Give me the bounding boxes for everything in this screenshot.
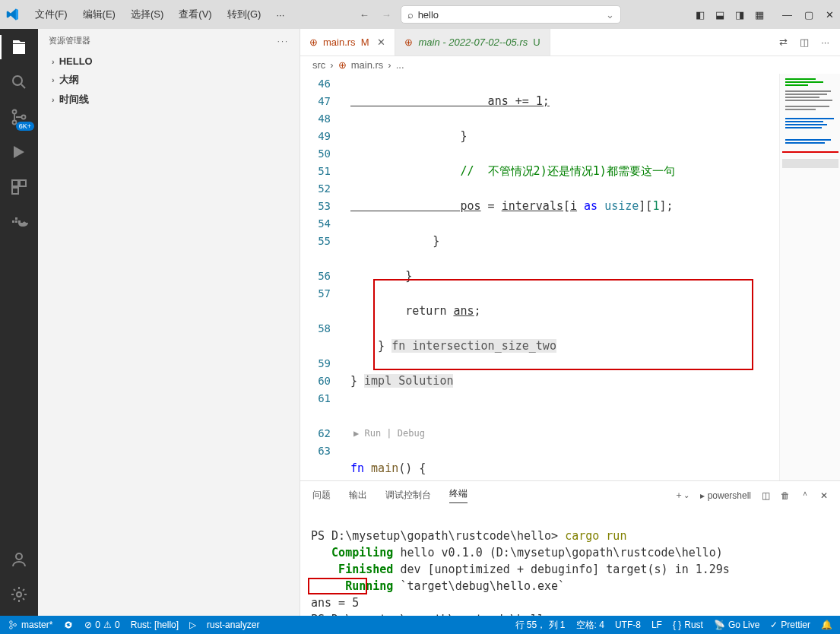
status-golive[interactable]: 📡 Go Live (714, 620, 759, 630)
close-icon[interactable]: ✕ (377, 36, 385, 48)
search-text: hello (418, 9, 439, 21)
rust-icon: ⊕ (309, 36, 318, 48)
editor-area: ⊕ main.rs M ✕ ⊕ main - 2022-07-02--05.rs… (300, 29, 840, 616)
svg-rect-25 (782, 151, 838, 153)
status-branch[interactable]: master* (8, 620, 52, 630)
terminal-add-icon[interactable]: ＋⌄ (674, 489, 689, 502)
layout-left-icon[interactable]: ◧ (696, 9, 705, 21)
svg-rect-15 (785, 97, 819, 98)
svg-rect-16 (785, 100, 832, 101)
menu-view[interactable]: 查看(V) (173, 5, 217, 24)
svg-point-0 (13, 76, 22, 85)
activity-account[interactable] (8, 549, 30, 570)
activity-extensions[interactable] (8, 176, 30, 198)
menu-select[interactable]: 选择(S) (125, 5, 170, 24)
activity-explorer[interactable] (8, 36, 30, 58)
layout-bottom-icon[interactable]: ⬓ (715, 9, 724, 21)
minimap-overview (782, 75, 838, 182)
search-icon: ⌕ (407, 9, 414, 21)
window-minimize[interactable]: — (782, 9, 792, 21)
svg-rect-13 (785, 90, 831, 92)
panel-tab-terminal[interactable]: 终端 (449, 487, 468, 503)
window-maximize[interactable]: ▢ (804, 9, 813, 21)
svg-rect-5 (20, 180, 26, 186)
status-lang[interactable]: { } Rust (673, 620, 703, 630)
nav-back[interactable]: ← (360, 9, 369, 21)
command-center[interactable]: ⌕ hello ⌄ (401, 5, 621, 24)
rust-icon: ⊕ (404, 36, 413, 48)
tab-main-rs[interactable]: ⊕ main.rs M ✕ (300, 29, 395, 55)
split-editor-icon[interactable]: ◫ (800, 36, 809, 48)
status-run-icon[interactable]: ▷ (189, 620, 196, 630)
status-cursor[interactable]: 行 55， 列 1 (515, 619, 566, 632)
svg-rect-4 (12, 180, 18, 186)
window-close[interactable]: ✕ (826, 9, 834, 21)
svg-rect-24 (785, 142, 825, 144)
svg-rect-14 (785, 94, 827, 95)
menu-more[interactable]: ··· (270, 6, 290, 24)
activity-settings[interactable] (8, 584, 30, 605)
explorer-more-icon[interactable]: ··· (277, 36, 289, 46)
compare-icon[interactable]: ⇄ (779, 36, 788, 48)
panel-close-icon[interactable]: ✕ (820, 490, 828, 501)
layout-right-icon[interactable]: ◨ (735, 9, 744, 21)
explorer-sidebar: 资源管理器 ··· ›HELLO ›大纲 ›时间线 (38, 29, 300, 616)
svg-rect-12 (785, 84, 808, 86)
activity-search[interactable] (8, 71, 30, 93)
panel-max-icon[interactable]: ＾ (800, 489, 810, 502)
svg-rect-17 (785, 106, 829, 107)
tree-outline[interactable]: ›大纲 (38, 70, 300, 90)
status-encoding[interactable]: UTF-8 (615, 620, 641, 630)
activity-docker[interactable] (8, 211, 30, 233)
codelens-run-debug[interactable]: ▶ Run | Debug (350, 425, 779, 442)
status-analyzer[interactable]: rust-analyzer (207, 620, 259, 630)
panel-tab-output[interactable]: 输出 (349, 489, 367, 502)
breadcrumb[interactable]: src› ⊕main.rs›... (300, 56, 840, 74)
panel-tab-problems[interactable]: 问题 (312, 489, 331, 502)
activitybar: 6K+ (0, 29, 38, 616)
tree-timeline[interactable]: ›时间线 (38, 90, 300, 109)
status-prettier[interactable]: ✓ Prettier (770, 620, 810, 630)
menu-file[interactable]: 文件(F) (29, 5, 74, 24)
tab-more-icon[interactable]: ··· (821, 36, 829, 48)
svg-rect-20 (785, 121, 823, 122)
status-bell-icon[interactable]: 🔔 (821, 620, 832, 630)
status-rust[interactable]: Rust: [hello] (131, 620, 179, 630)
status-eol[interactable]: LF (651, 620, 662, 630)
svg-rect-11 (785, 81, 823, 83)
svg-rect-26 (782, 159, 838, 168)
svg-rect-18 (785, 109, 816, 110)
statusbar: master* ⊘ 0 ⚠ 0 Rust: [hello] ▷ rust-ana… (0, 616, 840, 634)
svg-point-8 (17, 592, 21, 597)
code-editor[interactable]: ans += 1; } // 不管情况2)还是情况1)都需要这一句 pos = … (350, 74, 779, 480)
svg-rect-23 (785, 139, 831, 141)
tree-folder-hello[interactable]: ›HELLO (38, 52, 300, 70)
tab-main-timeline[interactable]: ⊕ main - 2022-07-02--05.rs U (395, 29, 550, 55)
titlebar: 文件(F) 编辑(E) 选择(S) 查看(V) 转到(G) ··· ← → ⌕ … (0, 0, 840, 29)
svg-point-1 (13, 110, 17, 114)
svg-rect-19 (785, 118, 834, 119)
svg-rect-6 (12, 188, 18, 194)
chevron-down-icon: ⌄ (606, 9, 614, 21)
editor-tabs: ⊕ main.rs M ✕ ⊕ main - 2022-07-02--05.rs… (300, 29, 840, 56)
minimap[interactable] (779, 74, 840, 480)
activity-run-debug[interactable] (8, 141, 30, 163)
status-spaces[interactable]: 空格: 4 (576, 619, 604, 632)
scm-badge: 6K+ (16, 122, 34, 131)
svg-point-3 (22, 116, 26, 119)
svg-point-7 (16, 553, 22, 560)
panel-tab-debug[interactable]: 调试控制台 (385, 489, 431, 502)
gutter: 46474849505152535455 5657 58 596061 6263 (300, 74, 340, 480)
menu-goto[interactable]: 转到(G) (221, 5, 268, 24)
terminal-shell[interactable]: ▸ powershell (700, 490, 751, 501)
status-errors[interactable]: ⊘ 0 ⚠ 0 (84, 620, 119, 630)
highlight-box-code (373, 279, 753, 370)
status-sync[interactable] (63, 620, 74, 630)
terminal[interactable]: PS D:\mysetup\gopath\rustcode\hello> car… (300, 506, 840, 616)
trash-icon[interactable]: 🗑 (781, 490, 790, 501)
split-terminal-icon[interactable]: ◫ (762, 490, 770, 501)
activity-source-control[interactable]: 6K+ (8, 106, 30, 128)
vscode-icon (6, 8, 20, 21)
menu-edit[interactable]: 编辑(E) (77, 5, 122, 24)
layout-grid-icon[interactable]: ▦ (755, 9, 764, 21)
